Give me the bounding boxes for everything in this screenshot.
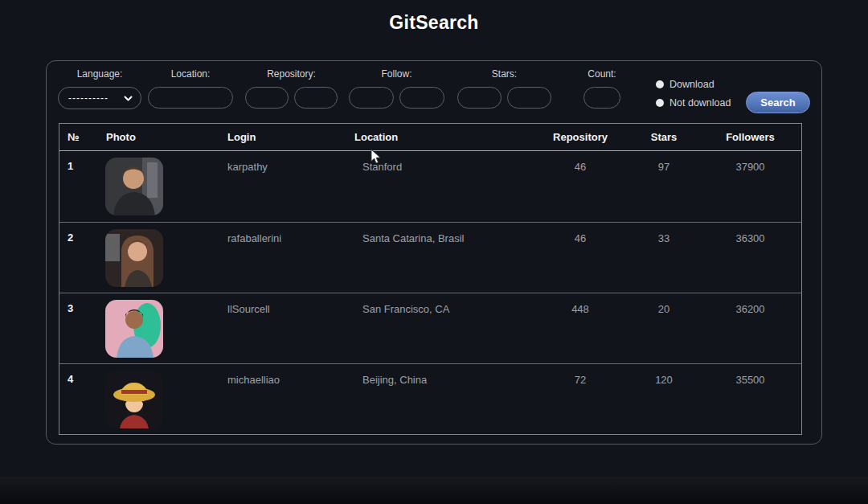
header-repository: Repository — [532, 131, 628, 143]
followers-cell: 36300 — [699, 223, 801, 244]
stars-cell: 120 — [628, 364, 699, 386]
user-avatar[interactable] — [105, 158, 163, 215]
photo-cell — [100, 151, 222, 215]
search-button[interactable]: Search — [746, 92, 810, 113]
language-select-value: ---------- — [68, 92, 108, 104]
location-cell: Santa Catarina, Brasil — [349, 223, 532, 244]
row-number: 3 — [59, 293, 100, 314]
location-cell: San Francisco, CA — [349, 293, 532, 315]
login-cell[interactable]: llSourcell — [222, 293, 349, 315]
photo-cell — [100, 364, 222, 428]
radio-not-download-label: Not download — [669, 97, 731, 109]
location-label: Location: — [171, 68, 211, 80]
header-stars: Stars — [628, 131, 699, 143]
repository-cell: 46 — [532, 223, 628, 244]
login-cell[interactable]: karpathy — [222, 151, 349, 173]
chevron-down-icon — [124, 91, 133, 105]
repository-cell: 448 — [532, 293, 628, 315]
radio-download-label: Download — [669, 79, 714, 90]
row-number: 1 — [59, 151, 100, 172]
header-login: Login — [222, 131, 349, 143]
header-photo: Photo — [100, 131, 222, 143]
repository-label: Repository: — [267, 68, 316, 80]
search-panel: Language: ---------- Location: Repositor… — [46, 60, 822, 445]
table-row: 3 llSourcellSan Francisco, CA4482036200 — [59, 293, 801, 363]
photo-cell — [100, 223, 222, 287]
table-row: 4 michaelliaoBeijing, China7212035500 — [59, 363, 801, 434]
filter-group-count: Count: — [583, 68, 620, 109]
filter-group-follow: Follow: — [349, 68, 444, 109]
filter-group-stars: Stars: — [457, 68, 551, 109]
stars-min-input[interactable] — [457, 87, 502, 109]
login-cell[interactable]: rafaballerini — [222, 223, 349, 244]
user-avatar[interactable] — [105, 300, 163, 358]
page-title: GitSearch — [0, 12, 868, 34]
location-cell: Beijing, China — [349, 364, 532, 386]
filter-bar: Language: ---------- Location: Repositor… — [47, 61, 821, 117]
row-number: 4 — [59, 364, 100, 385]
filter-group-repository: Repository: — [245, 68, 338, 109]
header-location: Location — [349, 131, 532, 143]
count-input[interactable] — [583, 87, 620, 109]
language-select[interactable]: ---------- — [58, 87, 141, 109]
radio-download[interactable]: Download — [656, 79, 731, 90]
filter-group-language: Language: ---------- — [58, 68, 141, 109]
row-number: 2 — [59, 223, 100, 244]
stars-cell: 20 — [628, 293, 699, 315]
stars-cell: 97 — [628, 151, 699, 173]
table-body: 1 karpathyStanford4697379002 rafaballeri… — [59, 151, 801, 434]
stars-cell: 33 — [628, 223, 699, 244]
filter-group-location: Location: — [148, 68, 233, 109]
repository-cell: 72 — [532, 364, 628, 386]
location-input[interactable] — [148, 87, 233, 109]
photo-cell — [100, 293, 222, 358]
followers-cell: 36200 — [699, 293, 801, 315]
results-table: № Photo Login Location Repository Stars … — [59, 123, 802, 435]
repository-max-input[interactable] — [294, 87, 338, 109]
stars-label: Stars: — [492, 68, 517, 80]
radio-not-download[interactable]: Not download — [656, 97, 731, 109]
table-row: 2 rafaballeriniSanta Catarina, Brasil463… — [59, 222, 801, 293]
radio-download-dot[interactable] — [656, 80, 664, 88]
header-number: № — [59, 131, 100, 143]
followers-cell: 37900 — [699, 151, 801, 173]
follow-max-input[interactable] — [399, 87, 444, 109]
table-header-row: № Photo Login Location Repository Stars … — [59, 124, 801, 151]
radio-not-download-dot[interactable] — [656, 99, 664, 107]
repository-cell: 46 — [532, 151, 628, 173]
followers-cell: 35500 — [699, 364, 801, 386]
download-radio-group: Download Not download — [656, 79, 731, 109]
count-label: Count: — [588, 68, 616, 80]
table-row: 1 karpathyStanford469737900 — [59, 151, 801, 222]
header-followers: Followers — [699, 131, 801, 143]
location-cell: Stanford — [349, 151, 532, 173]
follow-label: Follow: — [381, 68, 411, 80]
repository-min-input[interactable] — [245, 87, 289, 109]
follow-min-input[interactable] — [349, 87, 394, 109]
stars-max-input[interactable] — [507, 87, 551, 109]
user-avatar[interactable] — [105, 371, 163, 428]
login-cell[interactable]: michaelliao — [222, 364, 349, 386]
language-label: Language: — [77, 68, 123, 80]
user-avatar[interactable] — [105, 229, 163, 287]
